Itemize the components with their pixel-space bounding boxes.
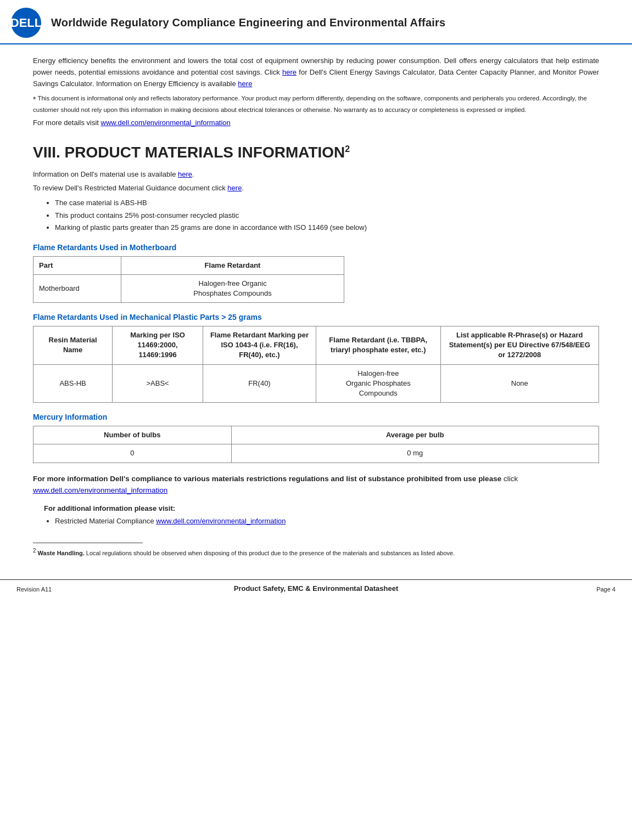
table-row: Motherboard Halogen-free OrganicPhosphat… bbox=[33, 274, 344, 302]
svg-text:DELL: DELL bbox=[11, 16, 41, 30]
mercury-row1-col2: 0 mg bbox=[231, 444, 599, 463]
materials-bullets: The case material is ABS-HB This product… bbox=[55, 198, 599, 233]
content-area: Energy efficiency benefits the environme… bbox=[0, 44, 632, 571]
footer-page: Page 4 bbox=[596, 586, 616, 593]
additional-link[interactable]: www.dell.com/environmental_information bbox=[156, 517, 286, 525]
energy-calc-link[interactable]: here bbox=[282, 68, 297, 76]
fr2-row1-col4: Halogen-freeOrganic PhosphatesCompounds bbox=[316, 364, 440, 403]
fr1-row1-col2: Halogen-free OrganicPhosphates Compounds bbox=[121, 274, 344, 302]
info-line1: Information on Dell's material use is av… bbox=[33, 169, 599, 181]
footer-center-text: Product Safety, EMC & Environmental Data… bbox=[234, 584, 399, 593]
page-footer: Revision A11 Product Safety, EMC & Envir… bbox=[0, 579, 632, 597]
fr2-row1-col3: FR(40) bbox=[203, 364, 316, 403]
material-use-link[interactable]: here bbox=[178, 170, 192, 178]
fr-plastic-heading: Flame Retardants Used in Mechanical Plas… bbox=[33, 313, 599, 322]
table-row: 0 0 mg bbox=[33, 444, 599, 463]
bullet-item-1: The case material is ABS-HB bbox=[55, 198, 599, 208]
intro-paragraph: Energy efficiency benefits the environme… bbox=[33, 55, 599, 89]
additional-heading: For additional information please visit: bbox=[44, 504, 599, 512]
visit-link[interactable]: www.dell.com/environmental_information bbox=[101, 119, 231, 127]
fr-motherboard-table: Part Flame Retardant Motherboard Halogen… bbox=[33, 256, 344, 303]
visit-line: For more details visit www.dell.com/envi… bbox=[33, 117, 599, 129]
fr2-row1-col5: None bbox=[440, 364, 599, 403]
bullet-item-2: This product contains 25% post-consumer … bbox=[55, 210, 599, 221]
mercury-heading: Mercury Information bbox=[33, 413, 599, 421]
section8-heading: VIII. PRODUCT MATERIALS INFORMATION2 bbox=[33, 144, 599, 161]
fr2-col3-header: Flame Retardant Marking per ISO 1043-4 (… bbox=[203, 326, 316, 365]
dell-logo: DELL bbox=[11, 8, 41, 38]
info-line2: To review Dell's Restricted Material Gui… bbox=[33, 183, 599, 194]
fr-plastic-table: Resin Material Name Marking per ISO 1146… bbox=[33, 326, 599, 403]
footnote-bottom: 2 Waste Handling. Local regulations shou… bbox=[33, 546, 599, 557]
mercury-table: Number of bulbs Average per bulb 0 0 mg bbox=[33, 426, 599, 463]
fr1-col1-header: Part bbox=[33, 256, 121, 274]
mercury-row1-col1: 0 bbox=[33, 444, 232, 463]
fr2-col5-header: List applicable R-Phrase(s) or Hazard St… bbox=[440, 326, 599, 365]
mercury-col1-header: Number of bulbs bbox=[33, 426, 232, 444]
compliance-link[interactable]: www.dell.com/environmental_information bbox=[33, 486, 167, 494]
fr1-col2-header: Flame Retardant bbox=[121, 256, 344, 274]
bullet-item-3: Marking of plastic parts greater than 25… bbox=[55, 222, 599, 233]
fr2-col4-header: Flame Retardant (i.e. TBBPA, triaryl pho… bbox=[316, 326, 440, 365]
energy-efficiency-link[interactable]: here bbox=[238, 80, 252, 88]
footer-revision: Revision A11 bbox=[16, 586, 52, 593]
restricted-material-link[interactable]: here bbox=[227, 184, 242, 192]
compliance-para: For more information Dell's compliance t… bbox=[33, 473, 599, 497]
fr2-row1-col2: >ABS< bbox=[113, 364, 203, 403]
page-header: DELL Worldwide Regulatory Compliance Eng… bbox=[0, 0, 632, 44]
fr-motherboard-heading: Flame Retardants Used in Motherboard bbox=[33, 243, 599, 252]
footnote-star-para: * This document is informational only an… bbox=[33, 94, 599, 115]
page: DELL Worldwide Regulatory Compliance Eng… bbox=[0, 0, 632, 840]
fr2-row1-col1: ABS-HB bbox=[33, 364, 113, 403]
header-title: Worldwide Regulatory Compliance Engineer… bbox=[51, 16, 445, 29]
fr2-col1-header: Resin Material Name bbox=[33, 326, 113, 365]
fr2-col2-header: Marking per ISO 11469:2000, 11469:1996 bbox=[113, 326, 203, 365]
mercury-col2-header: Average per bulb bbox=[231, 426, 599, 444]
additional-bullet-1: Restricted Material Compliance www.dell.… bbox=[55, 516, 599, 527]
footnote-divider bbox=[33, 543, 143, 543]
fr1-row1-col1: Motherboard bbox=[33, 274, 121, 302]
table-row: ABS-HB >ABS< FR(40) Halogen-freeOrganic … bbox=[33, 364, 599, 403]
additional-bullets: Restricted Material Compliance www.dell.… bbox=[55, 516, 599, 527]
